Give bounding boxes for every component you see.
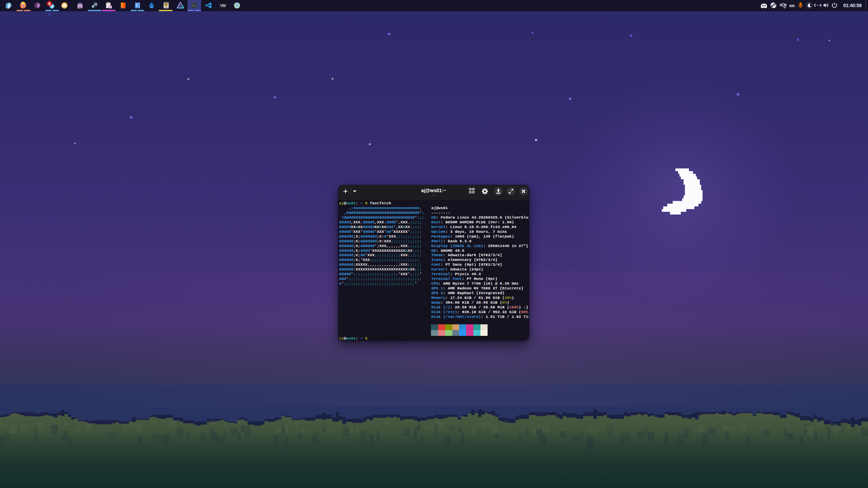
svg-text:VM: VM (220, 3, 226, 8)
svg-text:01:40:58: 01:40:58 (843, 3, 862, 8)
svg-text:en: en (789, 3, 795, 8)
svg-text:6: 6 (48, 2, 51, 6)
